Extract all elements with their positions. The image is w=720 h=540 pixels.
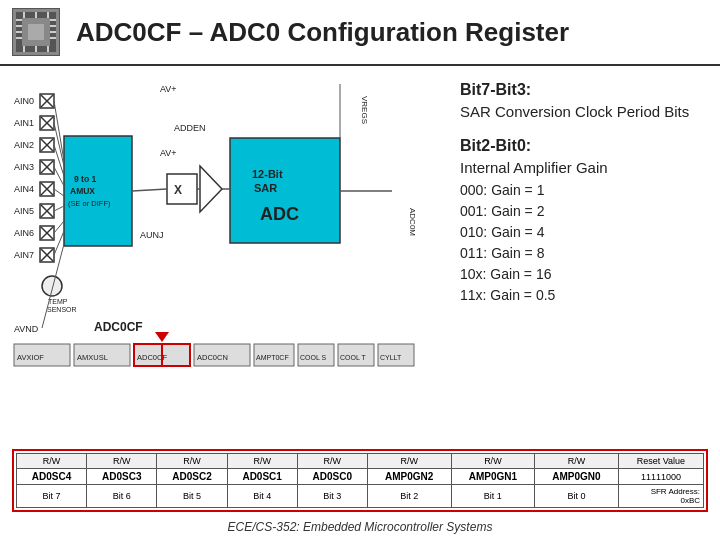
register-name-row: AD0SC4 AD0SC3 AD0SC2 AD0SC1 AD0SC0 AMP0G… (17, 469, 704, 485)
reg-name-6: AMP0GN1 (451, 469, 535, 485)
reg-name-2: AD0SC2 (157, 469, 227, 485)
register-section: R/W R/W R/W R/W R/W R/W R/W R/W Reset Va… (12, 449, 708, 512)
gain-list: 000: Gain = 1 001: Gain = 2 010: Gain = … (460, 180, 708, 306)
svg-text:AMXUSL: AMXUSL (77, 353, 108, 362)
reg-name-7: AMP0GN0 (535, 469, 619, 485)
col-header-5: R/W (367, 454, 451, 469)
gain-10x: 10x: Gain = 16 (460, 264, 708, 285)
gain-011: 011: Gain = 8 (460, 243, 708, 264)
col-header-0: R/W (17, 454, 87, 469)
svg-rect-73 (230, 138, 340, 243)
svg-text:AMUX: AMUX (70, 186, 95, 196)
register-bit-row: Bit 7 Bit 6 Bit 5 Bit 4 Bit 3 Bit 2 Bit … (17, 485, 704, 508)
svg-text:AVND: AVND (14, 324, 39, 334)
page-title: ADC0CF – ADC0 Configuration Register (76, 17, 569, 48)
footer: ECE/CS-352: Embedded Microcontroller Sys… (0, 520, 720, 534)
bit7-body: SAR Conversion Clock Period Bits (460, 101, 708, 122)
svg-text:AV+: AV+ (160, 84, 177, 94)
main-content: AIN0 AIN1 AIN2 AIN3 AIN4 (0, 66, 720, 400)
svg-text:AMPT0CF: AMPT0CF (256, 354, 289, 361)
svg-text:AIN2: AIN2 (14, 140, 34, 150)
svg-text:AIN3: AIN3 (14, 162, 34, 172)
svg-text:12-Bit: 12-Bit (252, 168, 283, 180)
logo-icon (12, 8, 60, 56)
svg-text:COOL T: COOL T (340, 354, 366, 361)
bit-label-0: Bit 7 (17, 485, 87, 508)
svg-text:AVXIOF: AVXIOF (17, 353, 44, 362)
bit-label-2: Bit 5 (157, 485, 227, 508)
reg-name-3: AD0SC1 (227, 469, 297, 485)
gain-000: 000: Gain = 1 (460, 180, 708, 201)
reg-reset-val: 11111000 (618, 469, 703, 485)
col-header-reset: Reset Value (618, 454, 703, 469)
svg-text:AUNJ: AUNJ (140, 230, 164, 240)
svg-text:TEMP: TEMP (48, 298, 68, 305)
info-panel: Bit7-Bit3: SAR Conversion Clock Period B… (452, 76, 708, 390)
footer-text: ECE/CS-352: Embedded Microcontroller Sys… (228, 520, 493, 534)
svg-text:CYLLT: CYLLT (380, 354, 402, 361)
svg-text:ADC0CN: ADC0CN (197, 353, 228, 362)
svg-text:(SE or DIFF): (SE or DIFF) (68, 199, 111, 208)
col-header-2: R/W (157, 454, 227, 469)
bit2-title: Bit2-Bit0: (460, 136, 708, 157)
col-header-4: R/W (297, 454, 367, 469)
bit-label-5: Bit 2 (367, 485, 451, 508)
svg-text:AIN6: AIN6 (14, 228, 34, 238)
col-header-1: R/W (87, 454, 157, 469)
reg-name-5: AMP0GN2 (367, 469, 451, 485)
header: ADC0CF – ADC0 Configuration Register (0, 0, 720, 66)
svg-text:SAR: SAR (254, 182, 277, 194)
svg-text:AIN0: AIN0 (14, 96, 34, 106)
svg-text:AIN1: AIN1 (14, 118, 34, 128)
bit7-title: Bit7-Bit3: (460, 80, 708, 101)
register-header-row: R/W R/W R/W R/W R/W R/W R/W R/W Reset Va… (17, 454, 704, 469)
gain-001: 001: Gain = 2 (460, 201, 708, 222)
svg-text:X: X (174, 183, 182, 197)
register-table: R/W R/W R/W R/W R/W R/W R/W R/W Reset Va… (16, 453, 704, 508)
bit-label-6: Bit 1 (451, 485, 535, 508)
svg-text:ADC: ADC (260, 204, 299, 224)
page-container: ADC0CF – ADC0 Configuration Register AIN… (0, 0, 720, 540)
svg-text:SENSOR: SENSOR (47, 306, 77, 313)
diagram-area: AIN0 AIN1 AIN2 AIN3 AIN4 (12, 76, 442, 390)
svg-text:AIN5: AIN5 (14, 206, 34, 216)
reg-name-0: AD0SC4 (17, 469, 87, 485)
col-header-6: R/W (451, 454, 535, 469)
svg-text:VREGS: VREGS (360, 96, 369, 124)
bit-label-3: Bit 4 (227, 485, 297, 508)
svg-text:AV+: AV+ (160, 148, 177, 158)
sfr-address: SFR Address:0xBC (618, 485, 703, 508)
bit7-section: Bit7-Bit3: SAR Conversion Clock Period B… (460, 80, 708, 122)
svg-text:AIN4: AIN4 (14, 184, 34, 194)
gain-11x: 11x: Gain = 0.5 (460, 285, 708, 306)
svg-text:ADC0CF: ADC0CF (94, 320, 143, 334)
circuit-diagram: AIN0 AIN1 AIN2 AIN3 AIN4 (12, 76, 442, 386)
svg-text:AIN7: AIN7 (14, 250, 34, 260)
bit-label-4: Bit 3 (297, 485, 367, 508)
bit-label-1: Bit 6 (87, 485, 157, 508)
reg-name-4: AD0SC0 (297, 469, 367, 485)
svg-text:COOL S: COOL S (300, 354, 327, 361)
svg-text:ADDEN: ADDEN (174, 123, 206, 133)
register-table-wrapper: R/W R/W R/W R/W R/W R/W R/W R/W Reset Va… (12, 449, 708, 512)
gain-010: 010: Gain = 4 (460, 222, 708, 243)
bit2-section: Bit2-Bit0: Internal Amplifier Gain 000: … (460, 136, 708, 306)
col-header-7: R/W (535, 454, 619, 469)
svg-point-62 (42, 276, 62, 296)
bit2-body: Internal Amplifier Gain (460, 157, 708, 178)
bit-label-7: Bit 0 (535, 485, 619, 508)
svg-text:ADC0M: ADC0M (408, 208, 417, 236)
col-header-3: R/W (227, 454, 297, 469)
svg-rect-2 (28, 24, 44, 40)
reg-name-1: AD0SC3 (87, 469, 157, 485)
svg-text:9 to 1: 9 to 1 (74, 174, 96, 184)
